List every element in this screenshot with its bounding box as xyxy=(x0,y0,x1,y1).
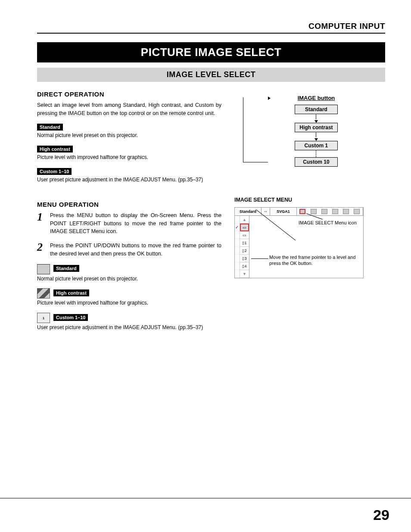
page-subtitle: IMAGE LEVEL SELECT xyxy=(37,68,385,82)
direct-operation-heading: DIRECT OPERATION xyxy=(37,90,221,98)
desc-menu-standard: Normal picture level preset on this proj… xyxy=(37,275,221,283)
menu-item-standard: Standard Normal picture level preset on … xyxy=(37,264,221,283)
standard-icon xyxy=(37,264,50,274)
step-2: 2 Press the POINT UP/DOWN buttons to mov… xyxy=(37,242,221,258)
step-num-2: 2 xyxy=(37,242,45,258)
custom-icon: 1 xyxy=(37,313,50,323)
menu-top-icons xyxy=(297,208,363,215)
menu-level-item: ▯3 xyxy=(240,255,249,262)
page-title: PICTURE IMAGE SELECT xyxy=(37,42,385,62)
menu-check-column: ✓ xyxy=(235,216,240,278)
tag-standard: Standard xyxy=(37,124,63,131)
image-select-menu-screenshot: Standard ◦◦ SVGA1 ✓ xyxy=(234,207,364,278)
direct-item-standard: Standard Normal picture level preset on … xyxy=(37,123,221,139)
desc-standard: Normal picture level preset on this proj… xyxy=(37,132,221,139)
tag-high-contrast: High contrast xyxy=(37,146,73,152)
flow-box-high-contrast: High contrast xyxy=(295,123,338,132)
direct-operation-intro: Select an image level from among Standar… xyxy=(37,101,221,118)
flow-title: IMAGE button xyxy=(298,95,335,101)
menu-icon xyxy=(311,209,317,214)
menu-operation-heading: MENU OPERATION xyxy=(37,201,221,208)
menu-icon xyxy=(299,209,305,214)
direct-item-custom: Custom 1–10 User preset picture adjustme… xyxy=(37,167,221,184)
menu-icon xyxy=(332,209,338,214)
menu-level-item: ▯4 xyxy=(240,262,249,270)
tag-menu-high-contrast: High contrast xyxy=(53,289,89,296)
tag-menu-standard: Standard xyxy=(53,265,79,272)
menu-level-item: ▭ xyxy=(240,224,249,231)
menu-top-standard: Standard xyxy=(235,208,262,215)
image-button-flow: IMAGE button Standard High contrast Cust… xyxy=(234,95,385,167)
desc-menu-custom: User preset picture adjustment in the IM… xyxy=(37,324,221,331)
annotation-line xyxy=(251,258,268,259)
desc-menu-high-contrast: Picture level with improved halftone for… xyxy=(37,299,221,307)
menu-icon xyxy=(321,209,327,214)
annotation-menu-icon: IMAGE SELECT Menu icon xyxy=(299,220,367,226)
step-text-1: Press the MENU button to display the On-… xyxy=(50,212,221,236)
step-text-2: Press the POINT UP/DOWN buttons to move … xyxy=(50,242,221,258)
high-contrast-icon xyxy=(37,288,50,299)
flow-arrow-stem xyxy=(316,114,316,119)
menu-item-high-contrast: High contrast Picture level with improve… xyxy=(37,288,221,307)
flow-box-standard: Standard xyxy=(295,105,338,114)
menu-level-item: ▭ xyxy=(240,231,249,239)
desc-custom: User preset picture adjustment in the IM… xyxy=(37,176,221,184)
direct-item-high-contrast: High contrast Picture level with improve… xyxy=(37,145,221,161)
menu-level-item: ▯1 xyxy=(240,239,249,247)
flow-box-custom-1: Custom 1 xyxy=(295,141,338,150)
flow-loop-arrow-icon xyxy=(268,96,271,100)
page-number: 29 xyxy=(373,507,389,523)
step-1: 1 Press the MENU button to display the O… xyxy=(37,212,221,236)
header-rule xyxy=(37,33,385,34)
menu-icon xyxy=(343,209,349,214)
section-header: COMPUTER INPUT xyxy=(37,22,385,33)
flow-box-custom-10: Custom 10 xyxy=(295,157,338,167)
menu-item-custom: 1 Custom 1–10 User preset picture adjust… xyxy=(37,313,221,331)
footer-rule xyxy=(0,498,411,498)
scroll-down-icon: ▼ xyxy=(240,270,249,278)
menu-top-svga: SVGA1 xyxy=(270,208,297,215)
scroll-up-icon: ▲ xyxy=(240,216,249,224)
tag-menu-custom: Custom 1–10 xyxy=(53,314,88,321)
menu-level-item: ▯2 xyxy=(240,247,249,255)
annotation-pointer: Move the red frame pointer to a level an… xyxy=(269,254,360,267)
desc-high-contrast: Picture level with improved halftone for… xyxy=(37,154,221,161)
flow-arrow-stem xyxy=(316,132,316,137)
step-num-1: 1 xyxy=(37,212,45,236)
menu-icon xyxy=(354,209,360,214)
image-select-menu-heading: IMAGE SELECT MENU xyxy=(234,197,385,203)
flow-dotted-stem xyxy=(316,150,316,157)
menu-side-column: ▲ ▭ ▭ ▯1 ▯2 ▯3 ▯4 ▼ xyxy=(240,216,249,278)
tag-custom: Custom 1–10 xyxy=(37,168,72,175)
flow-loop-line xyxy=(243,97,268,162)
